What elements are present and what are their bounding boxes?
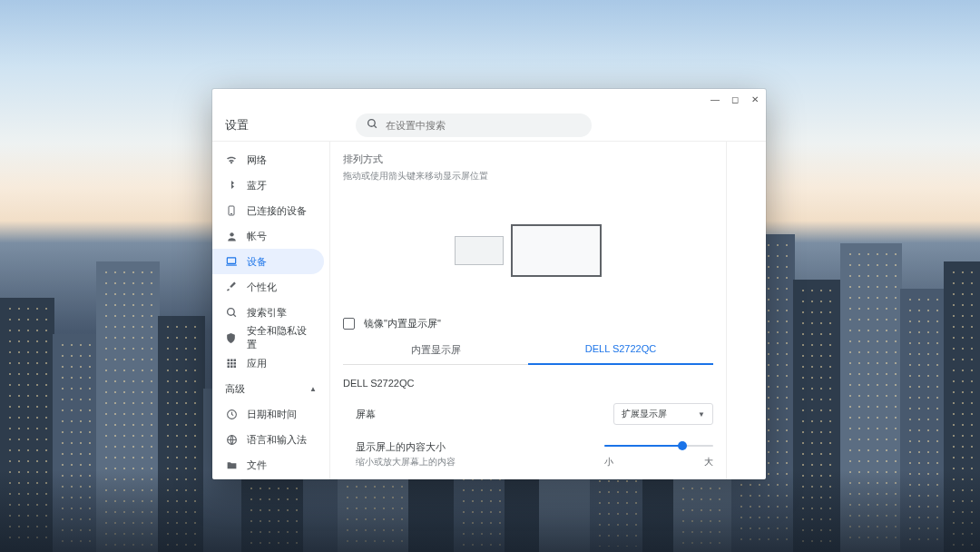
display-size-hint: 缩小或放大屏幕上的内容: [356, 456, 604, 468]
apps-icon: [225, 357, 238, 370]
wifi-icon: [225, 153, 238, 166]
sidebar-item-label: 文件: [247, 458, 267, 472]
bluetooth-icon: [225, 179, 238, 192]
magnifier-icon: [225, 306, 238, 319]
chevron-down-icon: [698, 409, 705, 419]
svg-rect-16: [234, 366, 237, 369]
sidebar-item-apps[interactable]: 应用: [212, 350, 324, 376]
sidebar-item-print[interactable]: 打印和扫描: [212, 478, 324, 479]
shield-icon: [225, 331, 238, 344]
sidebar-item-language[interactable]: 语言和输入法: [212, 427, 324, 452]
svg-line-7: [233, 314, 236, 317]
sidebar-item-label: 网络: [247, 153, 267, 167]
sidebar-item-accounts[interactable]: 帐号: [212, 223, 324, 249]
display-arrangement[interactable]: [343, 192, 713, 310]
search-input[interactable]: [386, 120, 581, 131]
settings-window: — ◻ ✕ 设置 网络 蓝牙: [212, 89, 766, 479]
tab-external-display[interactable]: DELL S2722QC: [528, 336, 713, 365]
svg-rect-11: [228, 362, 230, 365]
window-maximize-button[interactable]: ◻: [730, 94, 740, 104]
display-settings-panel: 排列方式 拖动或使用箭头键来移动显示屏位置 镜像"内置显示屏" 内置显示屏: [330, 142, 726, 479]
display-size-slider[interactable]: [604, 439, 713, 452]
mirror-label: 镜像"内置显示屏": [364, 317, 441, 330]
display-tabs: 内置显示屏 DELL S2722QC: [343, 336, 713, 365]
svg-point-4: [230, 232, 233, 236]
sidebar-item-privacy[interactable]: 安全和隐私设置: [212, 325, 324, 350]
display-size-row: 显示屏上的内容大小 缩小或放大屏幕上的内容 小 大: [343, 434, 713, 478]
sidebar-item-label: 已连接的设备: [247, 204, 307, 218]
sidebar-item-label: 安全和隐私设置: [247, 324, 315, 351]
screen-mode-label: 屏幕: [356, 408, 613, 421]
right-rail: [726, 142, 766, 479]
svg-rect-9: [230, 360, 233, 362]
sidebar-item-label: 蓝牙: [247, 179, 267, 192]
device-icon: [225, 204, 238, 217]
svg-line-1: [374, 125, 377, 128]
slider-min-label: 小: [604, 456, 613, 468]
clock-icon: [225, 408, 238, 420]
svg-point-6: [227, 308, 234, 315]
svg-rect-15: [230, 366, 233, 369]
svg-rect-14: [228, 366, 230, 369]
screen-mode-row: 屏幕 扩展显示屏: [343, 398, 713, 434]
window-close-button[interactable]: ✕: [750, 94, 760, 104]
tab-label: 内置显示屏: [411, 344, 461, 355]
chevron-up-icon: [309, 384, 317, 393]
slider-max-label: 大: [704, 456, 713, 468]
display-thumb-external[interactable]: [511, 224, 602, 277]
svg-rect-12: [230, 362, 233, 365]
sidebar-item-label: 帐号: [247, 230, 267, 243]
person-icon: [225, 230, 238, 242]
arrangement-title: 排列方式: [343, 153, 713, 166]
sidebar-item-personalization[interactable]: 个性化: [212, 274, 324, 300]
display-size-label: 显示屏上的内容大小: [356, 440, 604, 454]
svg-rect-5: [227, 258, 235, 263]
sidebar-advanced-label: 高级: [225, 382, 245, 396]
sidebar-item-connected[interactable]: 已连接的设备: [212, 198, 324, 223]
external-display-name: DELL S2722QC: [343, 378, 713, 389]
tab-label: DELL S2722QC: [585, 343, 656, 354]
dropdown-value: 扩展显示屏: [622, 408, 667, 420]
checkbox-icon[interactable]: [343, 318, 355, 330]
sidebar-item-files[interactable]: 文件: [212, 452, 324, 478]
sidebar-item-label: 搜索引擎: [247, 306, 287, 320]
sidebar-item-network[interactable]: 网络: [212, 147, 324, 172]
page-title: 设置: [225, 117, 249, 133]
tab-internal-display[interactable]: 内置显示屏: [343, 336, 528, 364]
arrangement-subtitle: 拖动或使用箭头键来移动显示屏位置: [343, 170, 713, 182]
sidebar-item-label: 个性化: [247, 281, 277, 294]
screen-mode-dropdown[interactable]: 扩展显示屏: [613, 403, 713, 425]
laptop-icon: [225, 255, 238, 268]
sidebar-item-bluetooth[interactable]: 蓝牙: [212, 172, 324, 198]
sidebar-item-label: 日期和时间: [247, 408, 297, 421]
search-icon: [367, 118, 378, 132]
display-thumb-internal[interactable]: [455, 236, 504, 265]
svg-rect-13: [234, 362, 237, 365]
folder-icon: [225, 458, 238, 471]
globe-icon: [225, 433, 238, 446]
sidebar-item-label: 设备: [247, 255, 267, 269]
brush-icon: [225, 281, 238, 293]
sidebar-item-datetime[interactable]: 日期和时间: [212, 401, 324, 427]
settings-header: 设置: [212, 109, 766, 142]
sidebar: 网络 蓝牙 已连接的设备 帐号 设备: [212, 142, 330, 479]
sidebar-advanced-toggle[interactable]: 高级: [212, 376, 329, 401]
mirror-checkbox-row[interactable]: 镜像"内置显示屏": [343, 317, 713, 330]
svg-rect-10: [234, 360, 237, 362]
sidebar-item-label: 应用: [247, 357, 267, 370]
sidebar-item-search-engine[interactable]: 搜索引擎: [212, 300, 324, 325]
sidebar-item-label: 语言和输入法: [247, 433, 307, 447]
svg-point-0: [368, 120, 376, 127]
settings-search[interactable]: [356, 113, 592, 137]
svg-rect-8: [228, 360, 230, 362]
window-titlebar: — ◻ ✕: [212, 89, 766, 109]
resolution-row: 分辨率 确定文字和图片的清晰度 3840 x 2160: [343, 478, 713, 479]
sidebar-item-device[interactable]: 设备: [212, 249, 324, 274]
window-minimize-button[interactable]: —: [710, 94, 720, 104]
